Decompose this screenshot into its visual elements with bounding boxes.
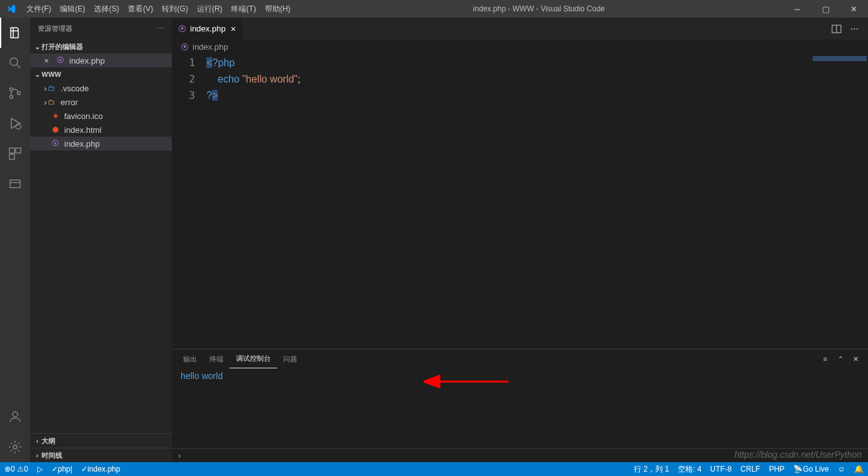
chevron-right-icon: › xyxy=(178,451,181,460)
code-token: > xyxy=(212,90,218,101)
panel-collapse-icon[interactable]: ⌃ xyxy=(833,351,848,366)
editor-region: ⦿ index.php × ⋯ ⦿ index.php 123 <?php ec… xyxy=(172,18,868,462)
code-content[interactable]: <?php echo "hello world"; ?> xyxy=(206,54,868,349)
menu-file[interactable]: 文件(F) xyxy=(22,4,55,14)
menu-run[interactable]: 运行(R) xyxy=(193,4,227,14)
minimize-button[interactable]: ─ xyxy=(783,0,811,18)
sidebar-title: 资源管理器 ⋯ xyxy=(30,18,172,40)
status-encoding[interactable]: UTF-8 xyxy=(706,462,736,476)
chevron-right-icon: › xyxy=(33,437,42,445)
sidebar-title-label: 资源管理器 xyxy=(38,24,72,33)
folder-icon: 🗀 xyxy=(47,97,57,107)
tab-label: index.php xyxy=(190,24,225,33)
menu-view[interactable]: 查看(V) xyxy=(123,4,157,14)
svg-rect-8 xyxy=(10,180,20,188)
menu-edit[interactable]: 编辑(E) xyxy=(55,4,89,14)
window-title: index.php - WWW - Visual Studio Code xyxy=(295,4,783,13)
open-editors-header[interactable]: ⌄ 打开的编辑器 xyxy=(30,40,172,54)
open-editor-item[interactable]: × ⦿ index.php xyxy=(30,54,172,67)
svg-point-0 xyxy=(10,58,18,65)
file-index-html[interactable]: ⬢ index.html xyxy=(30,123,172,137)
html-file-icon: ⬢ xyxy=(50,125,60,135)
panel-tab-debug[interactable]: 调试控制台 xyxy=(230,349,277,368)
close-icon[interactable]: × xyxy=(44,56,54,65)
panel-close-icon[interactable]: ✕ xyxy=(848,351,863,366)
annotation-arrow-icon xyxy=(424,372,512,391)
svg-rect-5 xyxy=(9,148,14,153)
maximize-button[interactable]: ▢ xyxy=(811,0,840,18)
activity-settings-icon[interactable] xyxy=(0,432,30,462)
tab-index-php[interactable]: ⦿ index.php × xyxy=(172,18,243,40)
close-icon[interactable]: × xyxy=(230,24,235,34)
status-php-label: php xyxy=(58,465,70,473)
open-editor-label: index.php xyxy=(69,56,104,65)
activity-explorer-icon[interactable] xyxy=(0,18,30,48)
split-editor-icon[interactable] xyxy=(828,20,845,38)
activity-scm-icon[interactable] xyxy=(0,78,30,108)
status-indent[interactable]: 空格: 4 xyxy=(674,462,706,476)
status-feedback-icon[interactable]: ☺ xyxy=(833,462,850,476)
chevron-down-icon: ⌄ xyxy=(33,43,42,51)
code-token: echo xyxy=(218,74,242,84)
code-token: ? xyxy=(206,90,212,101)
panel-filter-icon[interactable]: ≡ xyxy=(818,351,833,366)
status-file-check[interactable]: ✓ index.php xyxy=(77,462,125,476)
close-button[interactable]: ✕ xyxy=(840,0,868,18)
console-line: hello world xyxy=(181,371,223,381)
panel-tab-problems[interactable]: 问题 xyxy=(277,349,303,368)
timeline-header[interactable]: › 时间线 xyxy=(30,448,172,462)
more-actions-icon[interactable]: ⋯ xyxy=(845,20,863,38)
error-count: 0 xyxy=(11,465,15,473)
debug-input-breadcrumb[interactable]: › https://blog.csdn.net/UserPython xyxy=(172,448,868,462)
warning-icon: ⚠ xyxy=(17,465,24,473)
sidebar-more-icon[interactable]: ⋯ xyxy=(157,25,164,33)
status-bell-icon[interactable]: 🔔 xyxy=(850,462,868,476)
code-token: < xyxy=(206,57,212,68)
status-php-check[interactable]: ✓ php | xyxy=(47,462,77,476)
chevron-down-icon: ⌄ xyxy=(33,71,42,79)
bottom-panel: 输出 终端 调试控制台 问题 ≡ ⌃ ✕ hello world › https… xyxy=(172,349,868,462)
chevron-right-icon: › xyxy=(33,451,42,459)
code-token: ?php xyxy=(212,57,235,68)
tab-bar: ⦿ index.php × ⋯ xyxy=(172,18,868,40)
status-debug-start[interactable]: ▷ xyxy=(33,462,47,476)
breadcrumb-label: index.php xyxy=(193,42,228,52)
activity-extensions-icon[interactable] xyxy=(0,139,30,169)
activity-debug-icon[interactable] xyxy=(0,108,30,139)
status-linecol[interactable]: 行 2，列 1 xyxy=(629,462,674,476)
menu-go[interactable]: 转到(G) xyxy=(157,4,192,14)
status-golive[interactable]: 📡 Go Live xyxy=(789,462,833,476)
file-tree-label: ​.vscode xyxy=(60,84,89,93)
menu-select[interactable]: 选择(S) xyxy=(89,4,123,14)
menu-help[interactable]: 帮助(H) xyxy=(261,4,295,14)
breadcrumb[interactable]: ⦿ index.php xyxy=(172,40,868,54)
activity-search-icon[interactable] xyxy=(0,48,30,78)
panel-tabs: 输出 终端 调试控制台 问题 ≡ ⌃ ✕ xyxy=(172,349,868,368)
activity-account-icon[interactable] xyxy=(0,402,30,432)
svg-point-9 xyxy=(13,412,18,417)
minimap[interactable] xyxy=(805,54,868,349)
activity-extra-icon[interactable] xyxy=(0,169,30,199)
svg-point-3 xyxy=(18,92,21,95)
folder-error[interactable]: › 🗀 error xyxy=(30,95,172,109)
panel-tab-terminal[interactable]: 终端 xyxy=(203,349,230,368)
file-index-php[interactable]: ⦿ index.php xyxy=(30,137,172,150)
status-problems[interactable]: ⊗0 ⚠0 xyxy=(0,462,33,476)
outline-label: 大纲 xyxy=(42,436,55,446)
favicon-file-icon: ★ xyxy=(50,111,60,121)
debug-console-output[interactable]: hello world xyxy=(172,368,868,448)
panel-tab-output[interactable]: 输出 xyxy=(177,349,203,368)
code-editor[interactable]: 123 <?php echo "hello world"; ?> xyxy=(172,54,868,349)
code-token: "hello world" xyxy=(242,74,298,84)
status-eol[interactable]: CRLF xyxy=(736,462,764,476)
status-language[interactable]: PHP xyxy=(765,462,789,476)
menu-bar: 文件(F) 编辑(E) 选择(S) 查看(V) 转到(G) 运行(R) 终端(T… xyxy=(22,4,295,14)
file-favicon[interactable]: ★ favicon.ico xyxy=(30,109,172,123)
php-file-icon: ⦿ xyxy=(178,24,186,33)
svg-point-10 xyxy=(13,445,17,449)
timeline-label: 时间线 xyxy=(42,451,62,460)
outline-header[interactable]: › 大纲 xyxy=(30,434,172,448)
workspace-header[interactable]: ⌄ WWW xyxy=(30,67,172,81)
menu-terminal[interactable]: 终端(T) xyxy=(227,4,260,14)
folder-vscode[interactable]: › 🗀 ​.vscode xyxy=(30,81,172,95)
